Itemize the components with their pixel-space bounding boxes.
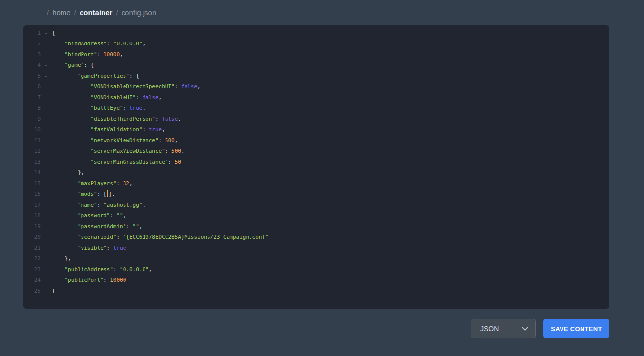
- fold-spacer: [41, 82, 52, 92]
- token-key: "visible": [78, 245, 107, 251]
- line-number: 3: [23, 49, 41, 60]
- token-punc: :: [123, 105, 129, 111]
- text-cursor: [107, 190, 108, 197]
- code-line[interactable]: 9 "disableThirdPerson": false,: [23, 114, 609, 125]
- save-content-button[interactable]: SAVE CONTENT: [543, 319, 609, 338]
- code-line[interactable]: 8 "battlEye": true,: [23, 103, 609, 114]
- code-line[interactable]: 14 },: [23, 168, 609, 178]
- line-number: 8: [23, 103, 41, 114]
- fold-spacer: [41, 253, 52, 264]
- code-line[interactable]: 20 "scenarioId": "{ECC61978EDCC2B5A}Miss…: [23, 232, 609, 243]
- code-line[interactable]: 24 "publicPort": 10000: [23, 275, 609, 286]
- language-select[interactable]: JSON: [471, 319, 536, 338]
- fold-toggle-icon[interactable]: ▾: [41, 71, 52, 82]
- line-number: 16: [23, 189, 41, 200]
- code-text: "publicPort": 10000: [52, 275, 126, 286]
- line-number: 2: [23, 39, 41, 49]
- code-line[interactable]: 13 "serverMinGrassDistance": 50: [23, 157, 609, 168]
- code-line[interactable]: 10 "fastValidation": true,: [23, 125, 609, 135]
- token-key: "publicPort": [65, 277, 104, 283]
- code-text: "passwordAdmin": "",: [52, 221, 142, 232]
- token-bool: true: [113, 245, 126, 251]
- code-line[interactable]: 11 "networkViewDistance": 500,: [23, 135, 609, 146]
- code-editor[interactable]: 1▾{2 "bindAddress": "0.0.0.0",3 "bindPor…: [23, 25, 609, 309]
- token-punc: :: [165, 148, 171, 154]
- code-text: "gameProperties": {: [52, 71, 139, 82]
- token-punc: ,: [123, 212, 126, 219]
- token-str: "{ECC61978EDCC2B5A}Missions/23_Campaign.…: [123, 234, 269, 240]
- token-punc: ,: [175, 137, 178, 144]
- token-punc: :: [107, 245, 113, 251]
- breadcrumb-separator: /: [47, 8, 49, 17]
- code-line[interactable]: 17 "name": "aushost.gg",: [23, 200, 609, 210]
- token-sp: [52, 159, 90, 165]
- token-punc: }: [52, 288, 55, 294]
- token-punc: ,: [181, 148, 185, 154]
- code-line[interactable]: 15 "maxPlayers": 32,: [23, 178, 609, 189]
- code-line[interactable]: 7 "VONDisableUI": false,: [23, 92, 609, 103]
- token-punc: :: [142, 126, 148, 133]
- token-punc: ,: [197, 84, 201, 90]
- breadcrumb-current-file: config.json: [122, 8, 157, 17]
- token-str: "": [133, 223, 139, 230]
- token-key: "bindAddress": [65, 41, 107, 47]
- token-punc: :: [97, 202, 104, 208]
- code-line[interactable]: 23 "publicAddress": "0.0.0.0",: [23, 264, 609, 275]
- token-punc: ,: [142, 41, 145, 47]
- token-sp: [52, 84, 90, 90]
- token-punc: ,: [142, 202, 145, 208]
- breadcrumb-link-home[interactable]: home: [52, 8, 71, 17]
- code-line[interactable]: 4▾ "game": {: [23, 60, 609, 71]
- code-line[interactable]: 3 "bindPort": 10000,: [23, 49, 609, 60]
- token-str: "aushost.gg": [104, 202, 142, 208]
- token-punc: :: [107, 41, 113, 47]
- code-line[interactable]: 19 "passwordAdmin": "",: [23, 221, 609, 232]
- token-punc: ,: [142, 105, 145, 111]
- breadcrumb-link-container[interactable]: container: [80, 8, 113, 17]
- line-number: 9: [23, 114, 41, 125]
- token-sp: [52, 62, 65, 68]
- token-num: 10000: [110, 277, 126, 283]
- fold-toggle-icon[interactable]: ▾: [41, 28, 52, 39]
- line-number: 11: [23, 135, 41, 146]
- code-text: "mods": [],: [52, 189, 115, 200]
- token-key: "game": [65, 62, 84, 68]
- token-key: "fastValidation": [90, 126, 142, 133]
- code-text: "bindPort": 10000,: [52, 49, 123, 60]
- code-line[interactable]: 1▾{: [23, 28, 609, 39]
- token-num: 500: [171, 148, 181, 154]
- fold-spacer: [41, 49, 52, 60]
- token-key: "password": [78, 212, 110, 219]
- code-line[interactable]: 25}: [23, 286, 609, 296]
- line-number: 23: [23, 264, 41, 275]
- fold-spacer: [41, 135, 52, 146]
- token-punc: :: [116, 180, 123, 187]
- line-number: 20: [23, 232, 41, 243]
- fold-spacer: [41, 178, 52, 189]
- code-text: "bindAddress": "0.0.0.0",: [52, 39, 145, 49]
- code-line[interactable]: 18 "password": "",: [23, 210, 609, 221]
- code-line[interactable]: 21 "visible": true: [23, 243, 609, 253]
- code-line[interactable]: 16 "mods": [],: [23, 189, 609, 200]
- token-key: "maxPlayers": [78, 180, 116, 187]
- code-line[interactable]: 2 "bindAddress": "0.0.0.0",: [23, 39, 609, 49]
- token-sp: [52, 212, 78, 219]
- fold-spacer: [41, 243, 52, 253]
- code-text: "VONDisableUI": false,: [52, 92, 162, 103]
- code-line[interactable]: 6 "VONDisableDirectSpeechUI": false,: [23, 82, 609, 92]
- token-bool: false: [162, 116, 178, 122]
- line-number: 21: [23, 243, 41, 253]
- code-line[interactable]: 22 },: [23, 253, 609, 264]
- line-number: 12: [23, 146, 41, 157]
- token-punc: },: [78, 169, 84, 176]
- code-line[interactable]: 5▾ "gameProperties": {: [23, 71, 609, 82]
- token-key: "scenarioId": [78, 234, 116, 240]
- code-text: "networkViewDistance": 500,: [52, 135, 178, 146]
- token-punc: ,: [162, 126, 165, 133]
- token-num: 32: [123, 180, 129, 187]
- fold-toggle-icon[interactable]: ▾: [41, 60, 52, 71]
- code-line[interactable]: 12 "serverMaxViewDistance": 500,: [23, 146, 609, 157]
- token-punc: ,: [178, 116, 181, 122]
- token-punc: :: [97, 51, 104, 58]
- token-punc: ,: [139, 223, 143, 230]
